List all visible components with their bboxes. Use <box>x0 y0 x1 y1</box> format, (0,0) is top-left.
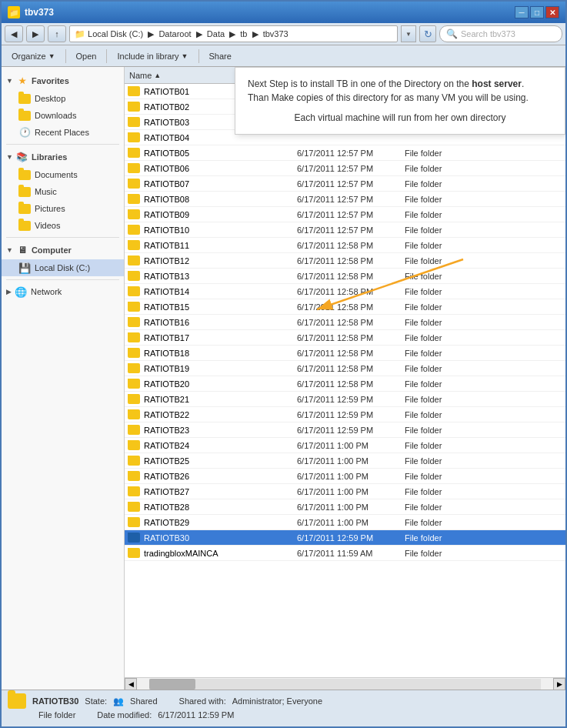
organize-button[interactable]: Organize ▼ <box>5 48 62 65</box>
table-row[interactable]: RATIOTB236/17/2011 12:59 PMFile folder <box>125 422 565 438</box>
table-row[interactable]: RATIOTB066/17/2011 12:57 PMFile folder <box>125 161 565 176</box>
include-library-button[interactable]: Include in library ▼ <box>110 48 195 65</box>
window-title: tbv373 <box>25 7 515 18</box>
table-row[interactable]: RATIOTB176/17/2011 12:58 PMFile folder <box>125 330 565 346</box>
organize-dropdown-icon: ▼ <box>48 52 55 60</box>
table-row[interactable]: RATIOTB306/17/2011 12:59 PMFile folder <box>125 530 565 546</box>
file-name: RATIOTB28 <box>144 503 189 512</box>
table-row[interactable]: RATIOTB056/17/2011 12:57 PMFile folder <box>125 145 565 161</box>
address-dropdown-btn[interactable]: ▼ <box>401 25 416 42</box>
folder-icon <box>128 179 140 189</box>
table-row[interactable]: RATIOTB156/17/2011 12:58 PMFile folder <box>125 299 565 315</box>
refresh-button[interactable]: ↻ <box>419 25 436 42</box>
folder-icon <box>128 271 140 281</box>
status-shared-with-label: Shared with: <box>179 696 226 706</box>
table-row[interactable]: RATIOTB136/17/2011 12:58 PMFile folder <box>125 269 565 284</box>
address-bar-area: ◀ ▶ ↑ 📁 Local Disk (C:) ▶ Dataroot ▶ Dat… <box>2 23 565 45</box>
sidebar-item-desktop[interactable]: Desktop <box>2 90 124 107</box>
folder-icon <box>128 163 140 173</box>
folder-icon <box>128 117 140 127</box>
file-date: 6/17/2011 1:00 PM <box>294 441 402 450</box>
table-row[interactable]: RATIOTB266/17/2011 1:00 PMFile folder <box>125 469 565 484</box>
file-date: 6/17/2011 12:57 PM <box>294 210 402 219</box>
sidebar-item-pictures[interactable]: Pictures <box>2 200 124 217</box>
table-row[interactable]: tradingbloxMAINCA6/17/2011 11:59 AMFile … <box>125 546 565 561</box>
table-row[interactable]: RATIOTB116/17/2011 12:58 PMFile folder <box>125 238 565 253</box>
sidebar-item-videos[interactable]: Videos <box>2 217 124 234</box>
file-type: File folder <box>402 241 565 250</box>
folder-icon <box>128 194 140 204</box>
scrollbar-track[interactable] <box>149 679 541 690</box>
search-bar[interactable]: 🔍 Search tbv373 <box>439 25 562 42</box>
sidebar-section-libraries[interactable]: ▼ 📚 Libraries <box>2 148 124 166</box>
callout-line1: Next Step is to install TB in one of the… <box>248 77 552 105</box>
scroll-right-button[interactable]: ▶ <box>553 678 565 690</box>
table-row[interactable]: RATIOTB086/17/2011 12:57 PMFile folder <box>125 192 565 207</box>
file-date: 6/17/2011 12:58 PM <box>294 241 402 250</box>
file-type: File folder <box>402 164 565 173</box>
table-row[interactable]: RATIOTB126/17/2011 12:58 PMFile folder <box>125 253 565 269</box>
table-row[interactable]: RATIOTB096/17/2011 12:57 PMFile folder <box>125 207 565 222</box>
open-button[interactable]: Open <box>69 48 104 65</box>
libraries-chevron: ▼ <box>6 153 13 161</box>
table-row[interactable]: RATIOTB166/17/2011 12:58 PMFile folder <box>125 315 565 330</box>
scrollbar-thumb[interactable] <box>149 679 195 690</box>
status-shared-with-value: Administrator; Everyone <box>232 696 322 706</box>
folder-icon <box>128 148 140 158</box>
forward-button[interactable]: ▶ <box>26 25 45 42</box>
address-bar[interactable]: 📁 Local Disk (C:) ▶ Dataroot ▶ Data ▶ tb… <box>69 25 398 42</box>
status-state-label: State: <box>85 696 107 706</box>
toolbar: Organize ▼ Open Include in library ▼ Sha… <box>2 45 565 67</box>
table-row[interactable]: RATIOTB286/17/2011 1:00 PMFile folder <box>125 499 565 515</box>
file-name: RATIOTB17 <box>144 333 189 342</box>
file-date: 6/17/2011 12:59 PM <box>294 410 402 419</box>
file-name: RATIOTB15 <box>144 302 189 312</box>
table-row[interactable]: RATIOTB186/17/2011 12:58 PMFile folder <box>125 346 565 361</box>
horizontal-scrollbar[interactable]: ◀ ▶ <box>125 677 565 690</box>
table-row[interactable]: RATIOTB216/17/2011 12:59 PMFile folder <box>125 392 565 407</box>
minimize-button[interactable]: ─ <box>515 6 529 18</box>
sidebar-item-local-disk[interactable]: 💾 Local Disk (C:) <box>2 259 124 276</box>
sidebar-item-music[interactable]: Music <box>2 183 124 200</box>
file-name: RATIOTB23 <box>144 426 189 435</box>
file-name: RATIOTB12 <box>144 256 189 265</box>
sidebar-item-documents[interactable]: Documents <box>2 166 124 183</box>
documents-icon <box>18 169 31 181</box>
sidebar-item-recent-places[interactable]: 🕐 Recent Places <box>2 124 124 141</box>
sidebar-item-downloads[interactable]: Downloads <box>2 107 124 124</box>
close-button[interactable]: ✕ <box>545 6 559 18</box>
table-row[interactable]: RATIOTB226/17/2011 12:59 PMFile folder <box>125 407 565 422</box>
sort-arrow-name: ▲ <box>154 72 161 79</box>
table-row[interactable]: RATIOTB196/17/2011 12:58 PMFile folder <box>125 361 565 376</box>
share-button[interactable]: Share <box>202 48 238 65</box>
music-icon <box>18 185 31 198</box>
up-button[interactable]: ↑ <box>48 25 66 42</box>
sidebar-section-computer[interactable]: ▼ 🖥 Computer <box>2 241 124 259</box>
file-date: 6/17/2011 12:59 PM <box>294 395 402 404</box>
status-folder-name: RATIOTB30 <box>32 696 78 706</box>
table-row[interactable]: RATIOTB296/17/2011 1:00 PMFile folder <box>125 515 565 530</box>
table-row[interactable]: RATIOTB246/17/2011 1:00 PMFile folder <box>125 438 565 453</box>
status-date-value: 6/17/2011 12:59 PM <box>158 710 234 720</box>
file-name: RATIOTB20 <box>144 379 189 389</box>
scroll-left-button[interactable]: ◀ <box>125 678 137 690</box>
file-type: File folder <box>402 472 565 481</box>
maximize-button[interactable]: □ <box>530 6 544 18</box>
sidebar-section-favorites[interactable]: ▼ ★ Favorites <box>2 72 124 90</box>
file-name: RATIOTB16 <box>144 318 189 327</box>
file-type: File folder <box>402 426 565 435</box>
table-row[interactable]: RATIOTB076/17/2011 12:57 PMFile folder <box>125 176 565 192</box>
folder-icon <box>128 317 140 327</box>
folder-icon <box>128 255 140 265</box>
table-row[interactable]: RATIOTB276/17/2011 1:00 PMFile folder <box>125 484 565 499</box>
folder-icon <box>128 302 140 312</box>
table-row[interactable]: RATIOTB106/17/2011 12:57 PMFile folder <box>125 222 565 238</box>
table-row[interactable]: RATIOTB206/17/2011 12:58 PMFile folder <box>125 376 565 392</box>
toolbar-separator-3 <box>198 49 199 63</box>
back-button[interactable]: ◀ <box>5 25 23 42</box>
table-row[interactable]: RATIOTB256/17/2011 1:00 PMFile folder <box>125 453 565 469</box>
sidebar-item-network[interactable]: ▶ 🌐 Network <box>2 283 124 300</box>
file-list: RATIOTB01RATIOTB02RATIOTB03RATIOTB04RATI… <box>125 84 565 677</box>
folder-icon <box>128 132 140 142</box>
table-row[interactable]: RATIOTB146/17/2011 12:58 PMFile folder <box>125 284 565 299</box>
